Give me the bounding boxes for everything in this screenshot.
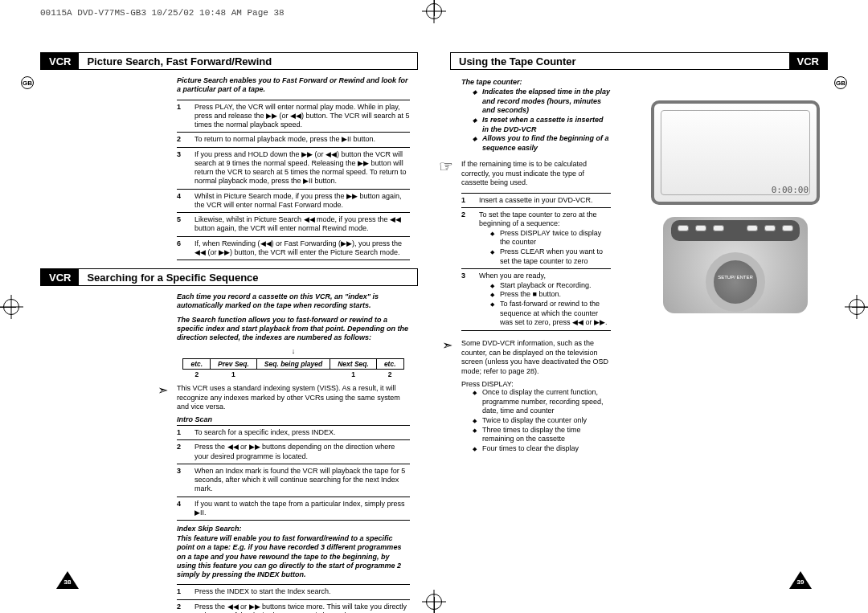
tape-counter-head: The tape counter: [461,78,611,86]
disp-b1: Once to display the current function, pr… [473,388,611,416]
s1-step3: If you press and HOLD down the ▶▶ (or ◀◀… [194,150,410,186]
viss-note: This VCR uses a standard indexing system… [177,384,410,411]
index-arrow-down: ↓ [177,347,410,355]
note-icon-2: ➣ [442,337,452,353]
index-skip-steps: 1Press the INDEX to start the Index sear… [177,584,410,613]
section2-title-bar: VCR Searching for a Specific Sequence [40,268,418,286]
s1-step4: Whilst in Picture Search mode, if you pr… [194,192,410,210]
page-number-left: 38 [56,571,79,589]
disp-b4: Four times to clear the display [473,444,611,454]
note-icon: ➣ [158,382,168,398]
gb-badge-left: GB [21,76,34,89]
s1-step6: If, when Rewinding (◀◀) or Fast Forwardi… [194,239,410,258]
index-skip-intro: This feature will enable you to fast for… [177,534,410,579]
s3-step2: To set the tape counter to zero at the b… [479,210,611,266]
section1-intro: Picture Search enables you to Fast Forwa… [177,76,410,95]
gb-badge-right: GB [834,76,847,89]
press-display: Press DISPLAY: [461,380,611,388]
disp-b2: Twice to display the counter only [473,416,611,426]
register-target-right [849,299,865,315]
section3-steps: 1Insert a cassette in your DVD-VCR. 2 To… [461,193,611,331]
section3-title: Using the Tape Counter [451,53,789,69]
index-skip-head: Index Skip Search: [177,525,410,533]
tc-bullet-2: Is reset when a cassette is inserted in … [473,116,611,134]
index-diagram: etc. Prev Seq. Seq. being played Next Se… [177,358,410,379]
tc-bullet-1: Indicates the elapsed time in the play a… [473,88,611,116]
register-target-bottom [426,594,442,610]
section2-tag: VCR [41,269,79,285]
print-header: 00115A DVD-V77MS-GB3 10/25/02 10:48 AM P… [40,8,285,18]
counter-display: 0:00:00 [772,185,809,195]
s1-step1: Press PLAY, the VCR will enter normal pl… [194,103,410,130]
register-target-left [3,299,19,315]
s1-step5: Likewise, whilst in Picture Search ◀◀ mo… [194,215,410,234]
s3-step3: When you are ready, Start playback or Re… [479,272,611,328]
intro-scan-head: Intro Scan [177,415,410,423]
remote-enter-label: SETUP/ ENTER [718,275,753,280]
register-target-top [426,3,442,19]
section1-title-bar: VCR Picture Search, Fast Forward/Rewind [40,52,418,70]
page-left: GB VCR Picture Search, Fast Forward/Rewi… [40,52,418,589]
section2-intro1: Each time you record a cassette on this … [177,292,410,311]
tc-bullet-3: Allows you to find the beginning of a se… [473,134,611,153]
tv-screen-illustration: 0:00:00 [651,100,820,205]
intro-scan-steps: 1To search for a specific index, press I… [177,425,410,521]
section1-steps: 1Press PLAY, the VCR will enter normal p… [177,100,410,261]
s1-step2: To return to normal playback mode, press… [194,135,410,144]
section3-title-bar: VCR Using the Tape Counter [450,52,828,70]
page-right: GB VCR Using the Tape Counter The tape c… [450,52,828,589]
disp-b3: Three times to display the time remainin… [473,426,611,444]
section2-intro2: The Search function allows you to fast-f… [177,316,410,343]
page-number-right: 39 [789,571,812,589]
s3-step1: Insert a cassette in your DVD-VCR. [479,196,611,205]
section1-title: Picture Search, Fast Forward/Rewind [79,53,417,69]
section2-title: Searching for a Specific Sequence [79,269,417,285]
hand-icon: ☞ [439,157,453,176]
section3-tag: VCR [789,53,827,69]
section1-tag: VCR [41,53,79,69]
osd-note: Some DVD-VCR information, such as the co… [461,339,611,377]
hand-note: If the remaining time is to be calculate… [461,160,611,188]
remote-illustration: SETUP/ ENTER [663,217,808,313]
